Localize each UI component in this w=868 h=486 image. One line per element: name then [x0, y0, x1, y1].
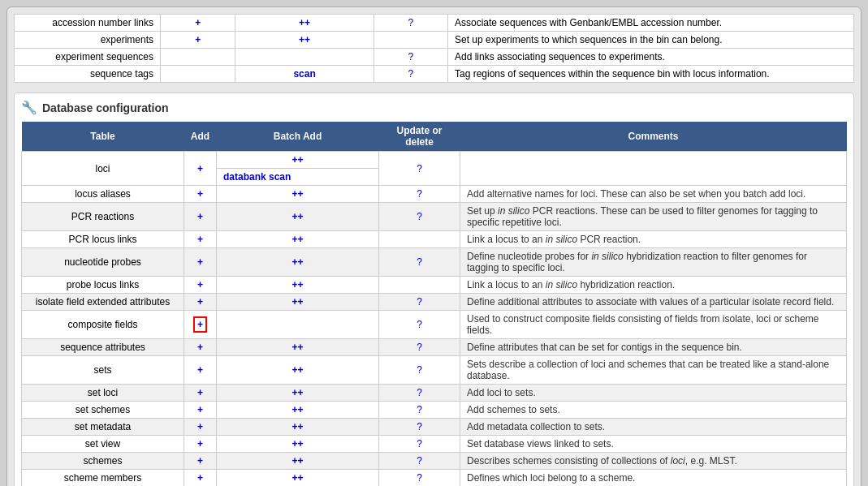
- loci-add[interactable]: +: [184, 152, 217, 186]
- row-comment: Add alternative names for loci. These ca…: [460, 186, 847, 203]
- row-add[interactable]: +: [161, 15, 235, 32]
- config-row-batch-add[interactable]: ++: [217, 402, 379, 419]
- loci-batch-add[interactable]: ++: [217, 152, 379, 169]
- config-row-batch-add[interactable]: ++: [217, 339, 379, 356]
- config-row-add[interactable]: +: [184, 419, 217, 436]
- config-row-update-delete[interactable]: ?: [379, 453, 460, 470]
- row-update-delete[interactable]: ?: [374, 66, 447, 83]
- config-row-batch-add[interactable]: ++: [217, 436, 379, 453]
- config-row: schemes+++?Describes schemes consisting …: [22, 453, 847, 470]
- loci-comment: [460, 152, 847, 186]
- config-row-batch-add[interactable]: ++: [217, 294, 379, 311]
- row-name: accession number links: [15, 15, 161, 32]
- config-row-update-delete[interactable]: ?: [379, 402, 460, 419]
- config-row: composite fields+?Used to construct comp…: [22, 311, 847, 339]
- db-config-section: 🔧 Database configuration Table Add Batch…: [14, 92, 854, 486]
- config-row-add[interactable]: +: [184, 248, 217, 277]
- config-row-batch-add[interactable]: ++: [217, 356, 379, 385]
- config-row-update-delete[interactable]: ?: [379, 419, 460, 436]
- config-row-batch-add[interactable]: ++: [217, 419, 379, 436]
- row-add[interactable]: +: [161, 32, 235, 49]
- row-comment: Define nucleotide probes for in silico h…: [460, 248, 847, 277]
- row-comment: Associate sequences with Genbank/EMBL ac…: [448, 15, 854, 32]
- row-comment: Set up experiments to which sequences in…: [448, 32, 854, 49]
- config-row-batch-add[interactable]: ++: [217, 453, 379, 470]
- config-row-update-delete[interactable]: ?: [379, 311, 460, 339]
- main-container: accession number links+++?Associate sequ…: [6, 6, 862, 486]
- config-row-batch-add[interactable]: ++: [217, 203, 379, 231]
- row-comment: Tag regions of sequences within the sequ…: [448, 66, 854, 83]
- config-row-name: PCR locus links: [22, 231, 184, 248]
- config-row-add[interactable]: +: [184, 402, 217, 419]
- config-row: scheme members+++?Defines which loci bel…: [22, 470, 847, 487]
- config-row-update-delete[interactable]: ?: [379, 436, 460, 453]
- config-row: sets+++?Sets describe a collection of lo…: [22, 356, 847, 385]
- config-row-batch-add[interactable]: ++: [217, 248, 379, 277]
- config-row-add[interactable]: +: [184, 311, 217, 339]
- config-row: sequence attributes+++?Define attributes…: [22, 339, 847, 356]
- loci-databank-scan[interactable]: databank scan: [217, 169, 379, 186]
- config-row-batch-add: [217, 311, 379, 339]
- config-row: nucleotide probes+++?Define nucleotide p…: [22, 248, 847, 277]
- row-batch-add[interactable]: ++: [235, 15, 374, 32]
- config-row-add[interactable]: +: [184, 356, 217, 385]
- row-comment: Describes schemes consisting of collecti…: [460, 453, 847, 470]
- col-comments: Comments: [460, 122, 847, 152]
- highlighted-add[interactable]: +: [193, 316, 207, 333]
- config-row-add[interactable]: +: [184, 231, 217, 248]
- config-row-batch-add[interactable]: ++: [217, 231, 379, 248]
- config-row-name: set schemes: [22, 402, 184, 419]
- config-row-add[interactable]: +: [184, 277, 217, 294]
- top-table-row: experiment sequences?Add links associati…: [15, 49, 854, 66]
- row-add: [161, 49, 235, 66]
- config-table: Table Add Batch Add Update or delete Com…: [21, 122, 847, 486]
- config-row-batch-add[interactable]: ++: [217, 186, 379, 203]
- top-table: accession number links+++?Associate sequ…: [14, 14, 854, 83]
- col-update-delete: Update or delete: [379, 122, 460, 152]
- loci-update-delete[interactable]: ?: [379, 152, 460, 186]
- config-row-update-delete[interactable]: ?: [379, 339, 460, 356]
- config-row-update-delete[interactable]: ?: [379, 203, 460, 231]
- db-config-title: Database configuration: [42, 101, 169, 114]
- config-row-name: locus aliases: [22, 186, 184, 203]
- row-batch-add[interactable]: ++: [235, 32, 374, 49]
- config-row-name: composite fields: [22, 311, 184, 339]
- config-row-add[interactable]: +: [184, 186, 217, 203]
- config-row-add[interactable]: +: [184, 203, 217, 231]
- config-row-update-delete[interactable]: ?: [379, 356, 460, 385]
- config-row-loci-1: loci+++?: [22, 152, 847, 169]
- row-update-delete[interactable]: ?: [374, 49, 447, 66]
- config-row-update-delete[interactable]: ?: [379, 385, 460, 402]
- config-row-add[interactable]: +: [184, 436, 217, 453]
- row-batch-add[interactable]: scan: [235, 66, 374, 83]
- config-row: set metadata+++?Add metadata collection …: [22, 419, 847, 436]
- config-row-add[interactable]: +: [184, 294, 217, 311]
- row-name: experiments: [15, 32, 161, 49]
- config-row-update-delete[interactable]: ?: [379, 470, 460, 487]
- config-row-add[interactable]: +: [184, 339, 217, 356]
- config-row-batch-add[interactable]: ++: [217, 277, 379, 294]
- row-comment: Add loci to sets.: [460, 385, 847, 402]
- config-row-name: PCR reactions: [22, 203, 184, 231]
- top-table-row: sequence tagsscan?Tag regions of sequenc…: [15, 66, 854, 83]
- config-row-name: set metadata: [22, 419, 184, 436]
- row-comment: Add metadata collection to sets.: [460, 419, 847, 436]
- row-comment: Used to construct composite fields consi…: [460, 311, 847, 339]
- config-row: PCR reactions+++?Set up in silico PCR re…: [22, 203, 847, 231]
- config-row: set schemes+++?Add schemes to sets.: [22, 402, 847, 419]
- config-row-batch-add[interactable]: ++: [217, 385, 379, 402]
- row-comment: Link a locus to an in silico PCR reactio…: [460, 231, 847, 248]
- config-row-name: set view: [22, 436, 184, 453]
- config-row-update-delete[interactable]: ?: [379, 294, 460, 311]
- top-table-row: accession number links+++?Associate sequ…: [15, 15, 854, 32]
- config-row-batch-add[interactable]: ++: [217, 470, 379, 487]
- config-row-add[interactable]: +: [184, 470, 217, 487]
- config-row-update-delete[interactable]: ?: [379, 248, 460, 277]
- config-row: PCR locus links+++Link a locus to an in …: [22, 231, 847, 248]
- config-row-add[interactable]: +: [184, 453, 217, 470]
- config-row-name: set loci: [22, 385, 184, 402]
- config-row-name: sets: [22, 356, 184, 385]
- row-update-delete[interactable]: ?: [374, 15, 447, 32]
- config-row-update-delete[interactable]: ?: [379, 186, 460, 203]
- config-row-add[interactable]: +: [184, 385, 217, 402]
